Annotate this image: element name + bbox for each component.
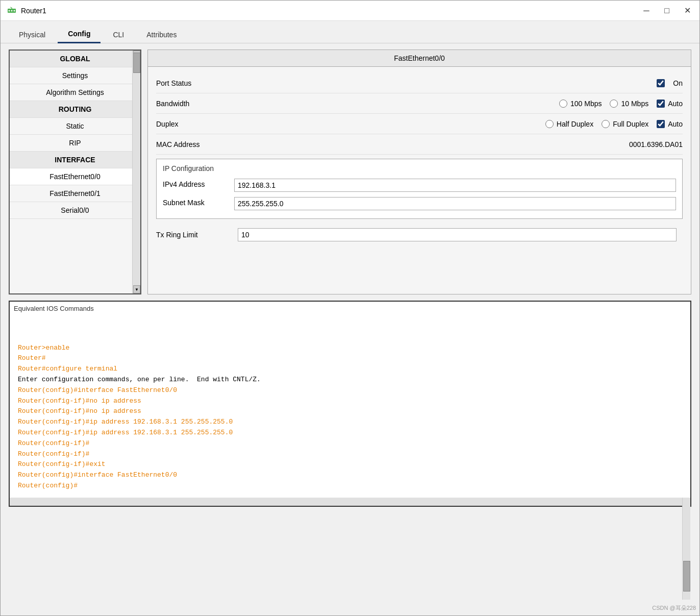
bandwidth-10mbps-label: 10 Mbps (621, 100, 648, 108)
console-line-1 (18, 332, 682, 343)
tx-ring-label: Tx Ring Limit (156, 231, 238, 239)
port-status-row: Port Status On (156, 73, 683, 93)
tab-config[interactable]: Config (58, 26, 101, 43)
mac-address-value: 0001.6396.DA01 (629, 140, 683, 149)
sidebar-item-routing: ROUTING (10, 101, 140, 118)
mac-address-controls: 0001.6396.DA01 (238, 140, 683, 149)
port-status-checkbox[interactable] (657, 79, 665, 87)
sidebar-item-settings[interactable]: Settings (10, 67, 140, 84)
bandwidth-100mbps-label: 100 Mbps (570, 100, 602, 108)
main-content: GLOBAL Settings Algorithm Settings ROUTI… (1, 43, 699, 513)
scrollbar-thumb[interactable] (133, 53, 140, 73)
tx-ring-row: Tx Ring Limit (156, 223, 683, 247)
duplex-controls: Half Duplex Full Duplex Auto (238, 120, 683, 128)
subnet-input[interactable] (234, 197, 676, 210)
watermark: CSDN @耳朵228 (652, 604, 696, 612)
scrollbar-down-arrow[interactable]: ▼ (133, 285, 140, 293)
bandwidth-10mbps-group: 10 Mbps (610, 100, 648, 108)
bandwidth-100mbps-group: 100 Mbps (559, 100, 602, 108)
console-line-11: Router(config-if)# (18, 438, 682, 449)
config-panel: FastEthernet0/0 Port Status On Bandwidth (147, 50, 691, 294)
equivalent-ios-section: Equivalent IOS Commands Router>enable Ro… (9, 301, 691, 507)
panel-body: Port Status On Bandwidth 100 Mbps (148, 67, 691, 253)
sidebar-item-serial00[interactable]: Serial0/0 (10, 202, 140, 219)
sidebar-item-fastethernet00[interactable]: FastEthernet0/0 (10, 168, 140, 185)
console-scrollbar-thumb[interactable] (683, 561, 690, 592)
console-line-8: Router(config-if)#no ip address (18, 406, 682, 417)
upper-section: GLOBAL Settings Algorithm Settings ROUTI… (9, 50, 691, 294)
console-area: Router>enable Router# Router#configure t… (10, 315, 690, 498)
sidebar-item-interface: INTERFACE (10, 152, 140, 168)
subnet-row: Subnet Mask (163, 195, 676, 210)
titlebar: Router1 ─ □ ✕ (1, 1, 699, 21)
console-line-9: Router(config-if)#ip address 192.168.3.1… (18, 417, 682, 428)
titlebar-left: Router1 (7, 6, 46, 16)
equivalent-ios-label: Equivalent IOS Commands (10, 302, 690, 315)
subnet-label: Subnet Mask (163, 199, 234, 207)
panel-title: FastEthernet0/0 (148, 50, 691, 67)
bandwidth-auto-group: Auto (657, 100, 683, 108)
duplex-row: Duplex Half Duplex Full Duplex (156, 114, 683, 134)
bandwidth-row: Bandwidth 100 Mbps 10 Mbps (156, 93, 683, 114)
sidebar-item-fastethernet01[interactable]: FastEthernet0/1 (10, 185, 140, 202)
sidebar-item-rip[interactable]: RIP (10, 135, 140, 152)
svg-point-3 (14, 10, 15, 11)
console-line-14: Router(config)#interface FastEthernet0/0 (18, 470, 682, 481)
duplex-full-group: Full Duplex (602, 120, 648, 128)
console-line-13: Router(config-if)#exit (18, 459, 682, 470)
console-line-0 (18, 322, 682, 332)
minimize-button[interactable]: ─ (640, 5, 653, 17)
console-scrollbar-track[interactable] (10, 498, 690, 506)
sidebar-item-global: GLOBAL (10, 51, 140, 67)
tab-cli[interactable]: CLI (103, 26, 134, 43)
console-line-5: Enter configuration commands, one per li… (18, 375, 682, 385)
mac-address-label: MAC Address (156, 140, 238, 149)
ip-config-box: IP Configuration IPv4 Address Subnet Mas… (156, 159, 683, 219)
bandwidth-auto-label: Auto (668, 100, 683, 108)
maximize-button[interactable]: □ (661, 5, 673, 17)
bandwidth-auto-checkbox[interactable] (657, 100, 665, 108)
bandwidth-10mbps-radio[interactable] (610, 100, 618, 108)
ipv4-label: IPv4 Address (163, 180, 234, 188)
sidebar: GLOBAL Settings Algorithm Settings ROUTI… (9, 50, 141, 294)
ip-config-title: IP Configuration (163, 164, 676, 173)
tx-ring-input[interactable] (238, 228, 677, 241)
bandwidth-100mbps-radio[interactable] (559, 100, 567, 108)
duplex-auto-checkbox[interactable] (657, 120, 665, 128)
duplex-auto-label: Auto (668, 120, 683, 128)
window-title: Router1 (21, 7, 46, 15)
mac-address-row: MAC Address 0001.6396.DA01 (156, 134, 683, 155)
svg-line-5 (10, 7, 12, 8)
console-line-15: Router(config)# (18, 481, 682, 491)
ipv4-row: IPv4 Address (163, 177, 676, 192)
ipv4-input[interactable] (234, 179, 676, 192)
sidebar-item-static[interactable]: Static (10, 118, 140, 135)
port-status-controls: On (238, 79, 683, 87)
duplex-half-radio[interactable] (545, 120, 554, 128)
console-line-3: Router# (18, 353, 682, 364)
console-line-12: Router(config-if)# (18, 449, 682, 460)
duplex-half-group: Half Duplex (545, 120, 593, 128)
sidebar-inner: GLOBAL Settings Algorithm Settings ROUTI… (10, 51, 140, 293)
bandwidth-label: Bandwidth (156, 100, 238, 108)
tab-attributes[interactable]: Attributes (136, 26, 187, 43)
duplex-auto-group: Auto (657, 120, 683, 128)
duplex-half-label: Half Duplex (557, 120, 593, 128)
console-line-6: Router(config)#interface FastEthernet0/0 (18, 385, 682, 396)
duplex-label: Duplex (156, 120, 238, 128)
sidebar-scrollbar[interactable]: ▲ ▼ (132, 51, 140, 293)
duplex-full-label: Full Duplex (613, 120, 648, 128)
tab-bar: Physical Config CLI Attributes (1, 21, 699, 43)
console-line-7: Router(config-if)#no ip address (18, 396, 682, 407)
console-scrollbar-v[interactable] (682, 498, 690, 600)
close-button[interactable]: ✕ (681, 5, 693, 17)
svg-point-1 (9, 10, 10, 11)
svg-point-2 (11, 10, 13, 11)
port-status-label: Port Status (156, 79, 238, 87)
console-line-10: Router(config-if)#ip address 192.168.3.1… (18, 428, 682, 438)
tab-physical[interactable]: Physical (9, 26, 56, 43)
bandwidth-controls: 100 Mbps 10 Mbps Auto (238, 100, 683, 108)
duplex-full-radio[interactable] (602, 120, 610, 128)
main-window: Router1 ─ □ ✕ Physical Config CLI Attrib… (0, 0, 700, 616)
sidebar-item-algorithm-settings[interactable]: Algorithm Settings (10, 84, 140, 101)
